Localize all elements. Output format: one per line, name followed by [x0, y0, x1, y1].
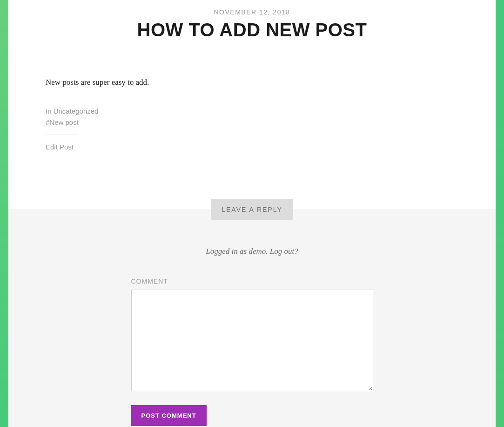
category-link[interactable]: Uncategorized — [54, 107, 99, 115]
edit-post-link[interactable]: Edit Post — [46, 142, 458, 153]
reply-form-area: Logged in as demo. Log out? COMMENT POST… — [8, 210, 496, 427]
comment-label: COMMENT — [131, 278, 373, 285]
post-category-line[interactable]: In Uncategorized — [46, 106, 458, 117]
post-tag-line[interactable]: #New post — [46, 117, 458, 128]
logged-in-line: Logged in as demo. Log out? — [8, 247, 496, 256]
meta-separator — [46, 135, 78, 135]
in-prefix: In — [46, 107, 54, 115]
post-comment-button[interactable]: POST COMMENT — [131, 405, 207, 426]
username-link[interactable]: demo — [249, 247, 266, 256]
post-title: HOW TO ADD NEW POST — [8, 20, 496, 41]
comment-form: COMMENT POST COMMENT — [131, 278, 373, 426]
page-container: NOVEMBER 12, 2018 HOW TO ADD NEW POST Ne… — [8, 0, 496, 427]
comment-textarea[interactable] — [131, 290, 373, 391]
tag-link[interactable]: New post — [49, 118, 79, 126]
logged-in-prefix: Logged in as — [206, 247, 249, 256]
reply-section: LEAVE A REPLY Logged in as demo. Log out… — [8, 199, 496, 427]
post-body: New posts are super easy to add. — [8, 41, 496, 87]
reply-heading: LEAVE A REPLY — [211, 199, 293, 220]
logout-link[interactable]: Log out? — [270, 247, 298, 256]
logged-in-period: . — [266, 247, 270, 256]
post-meta: In Uncategorized #New post Edit Post — [8, 87, 496, 162]
post-date: NOVEMBER 12, 2018 — [8, 0, 496, 16]
